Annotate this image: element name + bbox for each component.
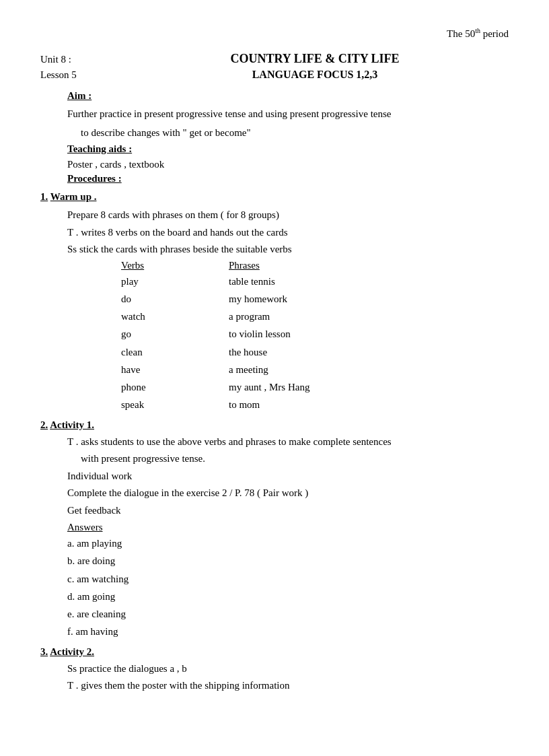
verb-row-5: have bbox=[121, 361, 229, 378]
activity2-line1: Ss practice the dialogues a , b bbox=[67, 660, 509, 678]
answer-d: d. am going bbox=[67, 588, 509, 605]
answer-c: c. am watching bbox=[67, 570, 509, 588]
activity1-label: Activity 1. bbox=[50, 419, 94, 430]
warm-up-line2: T . writes 8 verbs on the board and hand… bbox=[67, 224, 509, 242]
unit-label: Unit 8 : bbox=[40, 54, 121, 65]
phrase-row-1: my homework bbox=[229, 290, 509, 308]
activity1-number: 2. bbox=[40, 419, 48, 430]
verbs-header: Verbs bbox=[121, 260, 229, 271]
warm-up-line3: Ss stick the cards with phrases beside t… bbox=[67, 241, 509, 259]
verb-row-2: watch bbox=[121, 308, 229, 325]
aim-text2: to describe changes with " get or become… bbox=[40, 125, 509, 141]
lesson-subtitle: LANGUAGE FOCUS 1,2,3 bbox=[121, 69, 509, 81]
warm-up-line1: Prepare 8 cards with phrases on them ( f… bbox=[67, 207, 509, 224]
phrases-header: Phrases bbox=[229, 260, 509, 271]
period-text: The 50th period bbox=[447, 28, 509, 39]
activity2-header: 3. Activity 2. bbox=[40, 646, 509, 658]
answer-a: a. am playing bbox=[67, 535, 509, 552]
phrases-column: Phrases table tennis my homework a progr… bbox=[229, 260, 509, 414]
warm-up-number: 1. bbox=[40, 191, 48, 202]
activity2-label: Activity 2. bbox=[50, 646, 94, 657]
activity1-line5: Get feedback bbox=[67, 502, 509, 520]
verb-row-6: phone bbox=[121, 378, 229, 396]
procedures-label: Procedures : bbox=[67, 173, 122, 184]
aim-section: Aim : Further practice in present progre… bbox=[40, 90, 509, 695]
warm-up-label: Warm up . bbox=[50, 191, 97, 202]
verb-phrase-table: Verbs play do watch go clean have phone … bbox=[121, 260, 509, 414]
activity1-line3: Individual work bbox=[67, 468, 509, 485]
unit-row: Unit 8 : COUNTRY LIFE & CITY LIFE bbox=[40, 52, 509, 66]
phrase-row-2: a program bbox=[229, 308, 509, 325]
period-line: The 50th period bbox=[40, 27, 509, 40]
page: The 50th period Unit 8 : COUNTRY LIFE & … bbox=[40, 27, 509, 695]
activity1-line4: Complete the dialogue in the exercise 2 … bbox=[67, 485, 509, 502]
header-section: Unit 8 : COUNTRY LIFE & CITY LIFE Lesson… bbox=[40, 52, 509, 83]
answer-e: e. are cleaning bbox=[67, 605, 509, 623]
phrase-row-3: to violin lesson bbox=[229, 325, 509, 343]
teaching-aids-label: Teaching aids : bbox=[67, 143, 132, 155]
unit-title: COUNTRY LIFE & CITY LIFE bbox=[121, 52, 509, 66]
activity2-number: 3. bbox=[40, 646, 48, 657]
verbs-column: Verbs play do watch go clean have phone … bbox=[121, 260, 229, 414]
aim-label: Aim : bbox=[67, 90, 92, 102]
phrase-row-5: a meeting bbox=[229, 361, 509, 378]
activity2-line2: T . gives them the poster with the shipp… bbox=[67, 677, 509, 695]
activity1-line2: with present progressive tense. bbox=[40, 450, 509, 468]
verb-row-1: do bbox=[121, 290, 229, 308]
phrase-row-6: my aunt , Mrs Hang bbox=[229, 378, 509, 396]
aim-text1: Further practice in present progressive … bbox=[67, 106, 509, 122]
teaching-aids-value: Poster , cards , textbook bbox=[67, 159, 509, 170]
warm-up-header: 1. Warm up . bbox=[40, 191, 509, 203]
verb-row-7: speak bbox=[121, 396, 229, 413]
verb-row-3: go bbox=[121, 325, 229, 343]
answer-b: b. are doing bbox=[67, 552, 509, 570]
activity1-line1: T . asks students to use the above verbs… bbox=[67, 434, 509, 451]
phrase-row-4: the house bbox=[229, 343, 509, 361]
answers-label: Answers bbox=[67, 522, 509, 533]
phrase-row-7: to mom bbox=[229, 396, 509, 413]
activity1-header: 2. Activity 1. bbox=[40, 419, 509, 431]
lesson-label: Lesson 5 bbox=[40, 69, 121, 81]
verb-row-0: play bbox=[121, 273, 229, 290]
answer-f: f. am having bbox=[67, 623, 509, 640]
verb-row-4: clean bbox=[121, 343, 229, 361]
phrase-row-0: table tennis bbox=[229, 273, 509, 290]
lesson-row: Lesson 5 LANGUAGE FOCUS 1,2,3 bbox=[40, 69, 509, 81]
